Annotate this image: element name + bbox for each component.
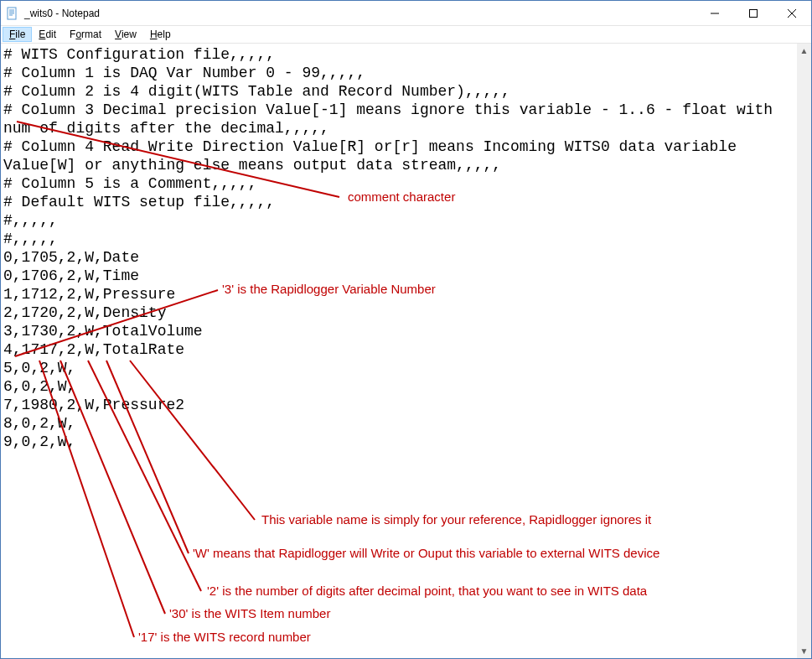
- scroll-down-arrow[interactable]: ▼: [797, 644, 811, 658]
- notepad-icon: [6, 7, 19, 20]
- titlebar[interactable]: _wits0 - Notepad: [1, 1, 811, 26]
- vertical-scrollbar[interactable]: ▲ ▼: [797, 44, 811, 658]
- menu-help[interactable]: Help: [143, 27, 178, 42]
- menu-file[interactable]: File: [3, 27, 32, 42]
- close-button[interactable]: [773, 1, 811, 25]
- menu-view[interactable]: View: [108, 27, 143, 42]
- scroll-up-arrow[interactable]: ▲: [797, 44, 811, 58]
- maximize-button[interactable]: [734, 1, 773, 25]
- notepad-window: _wits0 - Notepad File Edit Format View H…: [0, 0, 812, 659]
- svg-rect-6: [750, 9, 758, 17]
- menu-format[interactable]: Format: [63, 27, 108, 42]
- minimize-button[interactable]: [696, 1, 734, 25]
- scroll-track[interactable]: [797, 58, 811, 644]
- text-editor[interactable]: # WITS Configuration file,,,,, # Column …: [1, 44, 796, 658]
- menu-edit[interactable]: Edit: [32, 27, 63, 42]
- window-controls: [696, 1, 811, 25]
- menubar: File Edit Format View Help: [1, 26, 811, 43]
- content-area: # WITS Configuration file,,,,, # Column …: [1, 43, 811, 658]
- window-title: _wits0 - Notepad: [24, 8, 696, 19]
